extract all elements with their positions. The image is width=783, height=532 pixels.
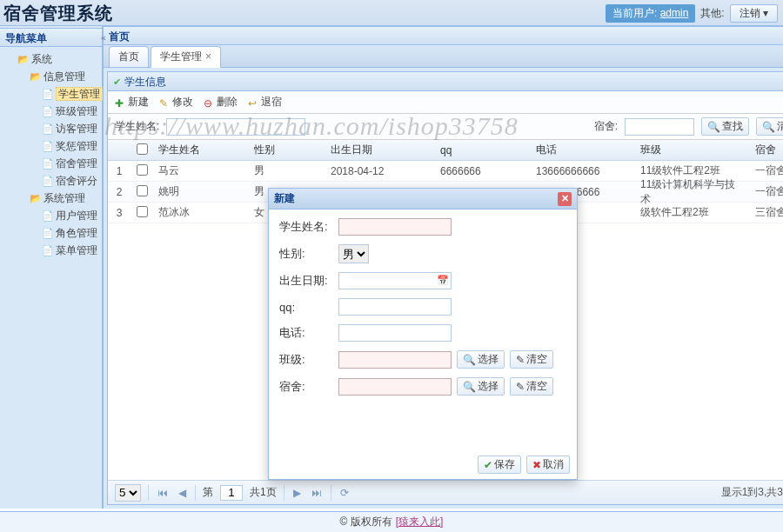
dlg-class-input[interactable]: [338, 351, 452, 369]
tree-info-mgmt[interactable]: 信息管理 学生管理 班级管理 访客管理 奖惩管理 宿舍管理 宿舍评分: [30, 68, 100, 190]
search-find-button[interactable]: 🔍查找: [701, 117, 749, 136]
close-icon[interactable]: ×: [205, 50, 211, 63]
dialog-title-bar[interactable]: 新建 ✕: [269, 189, 577, 209]
search-dorm-input[interactable]: [625, 118, 694, 136]
page-input[interactable]: [220, 485, 243, 501]
sidebar-title: 导航菜单: [0, 28, 102, 47]
toolbar: ✚新建 ✎修改 ⊖删除 ↩退宿: [108, 91, 783, 114]
cross-icon: ✖: [532, 459, 541, 471]
check-icon: [113, 72, 121, 91]
tab-strip: 首页 学生管理×: [104, 45, 783, 68]
dlg-gender-select[interactable]: 男: [338, 244, 369, 263]
tree-dorm-score[interactable]: 宿舍评分: [42, 172, 100, 190]
plus-icon: ✚: [115, 97, 125, 108]
pagesize-select[interactable]: 5: [115, 484, 141, 502]
prev-page-button[interactable]: ◀: [177, 487, 188, 499]
dialog-close-button[interactable]: ✕: [558, 192, 572, 206]
search-icon: 🔍: [762, 121, 775, 133]
pager-info: 显示1到3,共3记录: [721, 485, 783, 500]
tree-sys-mgmt[interactable]: 系统管理 用户管理 角色管理 菜单管理: [30, 190, 100, 259]
select-all-checkbox[interactable]: [137, 143, 148, 155]
footer-link[interactable]: [猿来入此]: [396, 515, 444, 529]
search-icon: 🔍: [463, 354, 476, 366]
tree-system[interactable]: 系统 信息管理 学生管理 班级管理 访客管理 奖惩管理 宿舍管理 宿舍评分: [17, 50, 100, 259]
edit-button[interactable]: ✎修改: [159, 95, 193, 110]
brush-icon: ✎: [516, 354, 525, 366]
last-page-button[interactable]: ⏭: [310, 487, 324, 499]
dlg-phone-input[interactable]: [338, 324, 452, 342]
current-user-link[interactable]: admin: [660, 7, 689, 19]
add-button[interactable]: ✚新建: [115, 95, 149, 110]
pager: 5 ⏮ ◀ 第 共1页 ▶ ⏭ ⟳ 显示1到3,共3记录: [108, 480, 783, 504]
other-label: 其他:: [700, 6, 724, 21]
panel-header: 学生信息 ▴: [108, 72, 783, 91]
next-page-button[interactable]: ▶: [291, 487, 303, 499]
dlg-cancel-button[interactable]: ✖取消: [526, 456, 570, 474]
tab-student-mgmt[interactable]: 学生管理×: [151, 46, 221, 68]
dlg-dorm-input[interactable]: [338, 378, 452, 396]
undo-icon: ↩: [248, 97, 258, 108]
minus-icon: ⊖: [204, 97, 214, 108]
row-checkbox[interactable]: [137, 164, 148, 176]
dlg-dob-input[interactable]: [338, 272, 452, 289]
tab-home[interactable]: 首页: [109, 46, 149, 67]
dlg-dorm-select-button[interactable]: 🔍选择: [457, 377, 505, 396]
search-bar: 学生姓名: 宿舍: 🔍查找 🔍清空: [108, 114, 783, 140]
refresh-button[interactable]: ⟳: [338, 487, 351, 499]
tree-class-mgmt[interactable]: 班级管理: [42, 103, 100, 120]
dlg-dorm-clear-button[interactable]: ✎清空: [510, 377, 553, 396]
search-dorm-label: 宿舍:: [594, 119, 618, 134]
tree-user-mgmt[interactable]: 用户管理: [42, 207, 100, 224]
back-button[interactable]: ↩退宿: [248, 95, 282, 110]
row-checkbox[interactable]: [137, 206, 148, 217]
tree-role-mgmt[interactable]: 角色管理: [42, 224, 100, 242]
search-clear-button[interactable]: 🔍清空: [756, 117, 783, 136]
tree-visit-mgmt[interactable]: 访客管理: [42, 120, 100, 137]
search-icon: 🔍: [463, 381, 476, 393]
search-icon: 🔍: [707, 121, 720, 133]
dlg-save-button[interactable]: ✔保存: [478, 456, 521, 474]
nav-tree: 系统 信息管理 学生管理 班级管理 访客管理 奖惩管理 宿舍管理 宿舍评分: [0, 47, 102, 263]
app-logo: 宿舍管理系统: [3, 2, 113, 25]
tree-award-mgmt[interactable]: 奖惩管理: [42, 137, 100, 155]
delete-button[interactable]: ⊖删除: [204, 95, 238, 110]
footer: © 版权所有 [猿来入此]: [0, 511, 783, 532]
row-checkbox[interactable]: [137, 185, 148, 196]
current-user-box: 当前用户: admin: [606, 4, 695, 23]
sidebar-collapser[interactable]: «: [103, 26, 104, 509]
dlg-class-clear-button[interactable]: ✎清空: [510, 350, 553, 369]
tree-dorm-mgmt[interactable]: 宿舍管理: [42, 155, 100, 172]
tree-student-mgmt[interactable]: 学生管理: [42, 85, 100, 103]
dlg-name-input[interactable]: [338, 218, 452, 236]
tree-menu-mgmt[interactable]: 菜单管理: [42, 242, 100, 259]
new-dialog: 新建 ✕ 学生姓名: 性别:男 出生日期:📅 qq: 电话: 班级: 🔍选择 ✎…: [268, 188, 578, 480]
logout-button[interactable]: 注销 ▾: [730, 4, 778, 23]
sidebar: 导航菜单 系统 信息管理 学生管理 班级管理 访客管理 奖惩管理 宿舍管理 宿舍…: [0, 26, 103, 509]
search-name-label: 学生姓名:: [115, 119, 159, 134]
first-page-button[interactable]: ⏮: [156, 487, 170, 499]
check-icon: ✔: [484, 459, 492, 471]
calendar-icon[interactable]: 📅: [437, 275, 449, 286]
search-name-input[interactable]: [166, 118, 305, 136]
topbar: 宿舍管理系统 当前用户: admin 其他: 注销 ▾: [0, 0, 783, 26]
brush-icon: ✎: [516, 381, 525, 393]
topbar-right: 当前用户: admin 其他: 注销 ▾: [606, 0, 778, 26]
dlg-class-select-button[interactable]: 🔍选择: [457, 350, 505, 369]
dlg-qq-input[interactable]: [338, 298, 452, 316]
grid-header: 学生姓名 性别 出生日期 qq 电话 班级 宿舍: [108, 140, 783, 161]
main-title: 首页: [104, 26, 783, 45]
pencil-icon: ✎: [159, 97, 170, 108]
